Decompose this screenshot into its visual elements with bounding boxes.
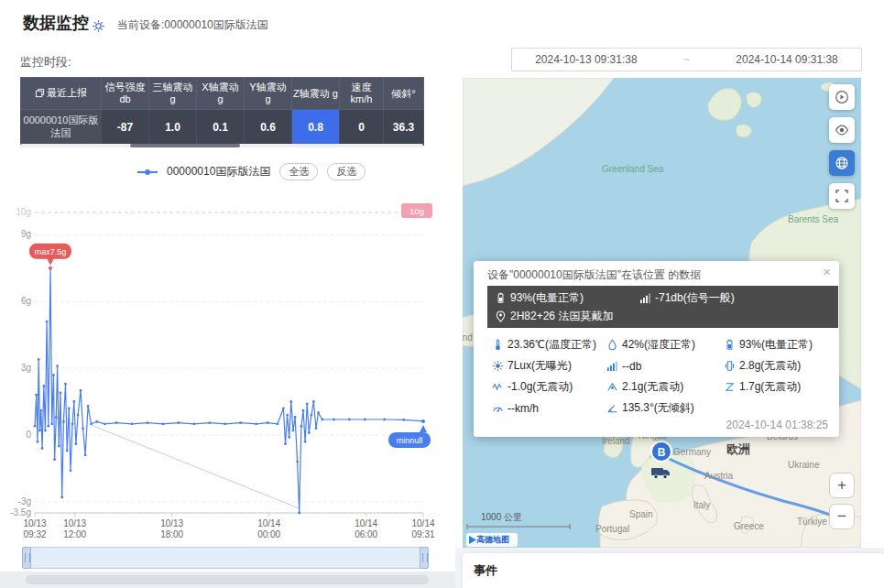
svg-text:10/14: 10/14 bbox=[411, 518, 434, 528]
battery-icon bbox=[724, 339, 736, 351]
signal-text: --db bbox=[622, 360, 641, 373]
copy-icon bbox=[35, 88, 45, 101]
zoom-in-button[interactable]: + bbox=[829, 473, 855, 498]
current-device-label: 当前设备:00000010国际版法国 bbox=[117, 17, 268, 33]
col-label: 最近上报 bbox=[47, 87, 87, 98]
legend-line-icon bbox=[137, 171, 158, 173]
svg-text:10/14: 10/14 bbox=[355, 518, 377, 528]
x-vibration-reading: -1.0g(无震动) bbox=[492, 376, 606, 397]
temperature-text: 23.36℃(温度正常) bbox=[507, 337, 596, 353]
svg-text:06:00: 06:00 bbox=[355, 529, 377, 539]
map-layer-button[interactable] bbox=[829, 150, 855, 176]
play-icon bbox=[835, 90, 849, 104]
band-battery: 93%(电量正常) bbox=[495, 290, 639, 306]
device-info-popup: 设备"00000010国际版法国"在该位置 的数据 × 93%(电量正常) -7… bbox=[474, 261, 839, 437]
svg-text:09:31: 09:31 bbox=[411, 529, 434, 539]
svg-text:00:00: 00:00 bbox=[257, 529, 280, 539]
marker-b[interactable]: B bbox=[651, 441, 671, 462]
device-table: 最近上报 信号强度 db 三轴震动 g X轴震动 g Y轴震动 g Z轴震动 g… bbox=[20, 77, 424, 146]
popup-status-band: 93%(电量正常) -71db(信号一般) 2H82+26 法国莫戴加 bbox=[487, 286, 838, 328]
vibration-line-chart: 10g9g6g3g0-3g-3.5g10/1309:3210/1312:0010… bbox=[7, 185, 447, 544]
device-row[interactable]: 00000010国际版法国 -87 1.0 0.1 0.6 0.8 0 36.3 bbox=[21, 110, 424, 146]
vibration-reading: 2.8g(无震动) bbox=[724, 355, 834, 376]
select-all-button[interactable]: 全选 bbox=[279, 163, 318, 180]
svg-text:0: 0 bbox=[26, 430, 31, 440]
map-label-ireland: Ireland bbox=[602, 436, 630, 446]
svg-text:09:32: 09:32 bbox=[23, 529, 46, 539]
gear-icon[interactable] bbox=[92, 19, 105, 33]
cell-speed[interactable]: 0 bbox=[340, 110, 384, 146]
humidity-reading: 42%(湿度正常) bbox=[606, 334, 724, 355]
svg-text:10g: 10g bbox=[409, 206, 424, 216]
popup-close-icon[interactable]: × bbox=[823, 264, 831, 279]
col-z-vibration: Z轴震动 g bbox=[292, 78, 340, 110]
svg-text:6g: 6g bbox=[21, 296, 31, 306]
signal-icon bbox=[606, 360, 618, 372]
table-scrollbar-thumb[interactable] bbox=[130, 144, 240, 147]
legend-series-name[interactable]: 00000010国际版法国 bbox=[167, 164, 270, 180]
datazoom-left-handle[interactable] bbox=[22, 547, 31, 569]
humidity-icon bbox=[606, 339, 618, 351]
map-label-barents-sea: Barents Sea bbox=[788, 214, 838, 224]
cell-signal[interactable]: -87 bbox=[102, 110, 149, 146]
map-label-iceland: land bbox=[463, 332, 473, 343]
light-icon bbox=[492, 360, 504, 372]
fullscreen-button[interactable] bbox=[829, 183, 855, 209]
map-label-austria: Austria bbox=[704, 471, 734, 481]
date-range-picker[interactable]: 2024-10-13 09:31:38 ~ 2024-10-14 09:31:3… bbox=[511, 48, 862, 71]
tilt-reading: 135.3°(无倾斜) bbox=[606, 397, 724, 419]
signal-reading: --db bbox=[606, 355, 724, 376]
map-label-italy: Italy bbox=[693, 500, 710, 510]
monitor-period-label: 监控时段: bbox=[20, 54, 71, 71]
zoom-out-button[interactable]: − bbox=[829, 504, 855, 529]
amap-logo-text: 高德地图 bbox=[476, 534, 509, 546]
amap-logo: 高德地图 bbox=[466, 533, 518, 547]
invert-select-button[interactable]: 反选 bbox=[327, 163, 366, 180]
battery-reading: 93%(电量正常) bbox=[724, 334, 834, 355]
end-date[interactable]: 2024-10-14 09:31:38 bbox=[736, 53, 837, 66]
cell-z-vibration-selected[interactable]: 0.8 bbox=[292, 110, 340, 146]
cell-device-name[interactable]: 00000010国际版法国 bbox=[21, 110, 102, 146]
svg-text:minnull: minnull bbox=[397, 436, 423, 445]
map-label-turkiye: Türkiye bbox=[797, 517, 827, 527]
col-signal: 信号强度 db bbox=[102, 78, 149, 110]
vibration-icon bbox=[724, 360, 736, 372]
visibility-button[interactable] bbox=[829, 117, 855, 143]
start-date[interactable]: 2024-10-13 09:31:38 bbox=[535, 53, 637, 66]
scale-text: 1000 公里 bbox=[481, 512, 522, 522]
svg-text:9g: 9g bbox=[21, 229, 31, 239]
datazoom-slider[interactable] bbox=[22, 547, 429, 569]
amap-logo-icon bbox=[469, 536, 476, 544]
y-vibration-reading: 2.1g(无震动) bbox=[606, 376, 724, 397]
light-reading: 7Lux(无曝光) bbox=[492, 355, 606, 376]
vibration-text: 2.8g(无震动) bbox=[739, 358, 801, 374]
z-vibration-icon bbox=[724, 381, 736, 393]
col-triaxial: 三轴震动 g bbox=[149, 78, 197, 110]
datazoom-right-handle[interactable] bbox=[420, 547, 429, 569]
map-label-spain: Spain bbox=[629, 509, 653, 519]
band-signal-text: -71db(信号一般) bbox=[655, 290, 735, 306]
battery-text: 93%(电量正常) bbox=[739, 337, 813, 353]
popup-title: 设备"00000010国际版法国"在该位置 的数据 bbox=[487, 267, 701, 283]
cell-triaxial[interactable]: 1.0 bbox=[149, 110, 197, 146]
horizontal-scrollbar[interactable] bbox=[26, 575, 429, 584]
tilt-icon bbox=[606, 402, 618, 414]
y-vibration-icon bbox=[606, 381, 618, 393]
map-label-ukraine: Ukraine bbox=[788, 460, 820, 470]
map-label-europe: 欧洲 bbox=[726, 442, 750, 456]
humidity-text: 42%(湿度正常) bbox=[622, 337, 695, 353]
cell-x-vibration[interactable]: 0.1 bbox=[197, 110, 245, 146]
svg-text:10/13: 10/13 bbox=[160, 518, 183, 528]
svg-text:B: B bbox=[658, 446, 666, 459]
band-signal: -71db(信号一般) bbox=[639, 290, 735, 306]
band-location: 2H82+26 法国莫戴加 bbox=[495, 309, 613, 324]
map-label-greece: Greece bbox=[734, 521, 764, 531]
svg-text:10/13: 10/13 bbox=[23, 518, 46, 528]
map-label-germany: Germany bbox=[673, 447, 711, 457]
cell-y-vibration[interactable]: 0.6 bbox=[245, 110, 292, 146]
play-track-button[interactable] bbox=[829, 84, 855, 110]
events-title: 事件 bbox=[474, 562, 497, 579]
popup-timestamp: 2024-10-14 01:38:25 bbox=[726, 419, 828, 431]
cell-tilt[interactable]: 36.3 bbox=[384, 110, 424, 146]
speed-reading: --km/h bbox=[492, 397, 606, 419]
